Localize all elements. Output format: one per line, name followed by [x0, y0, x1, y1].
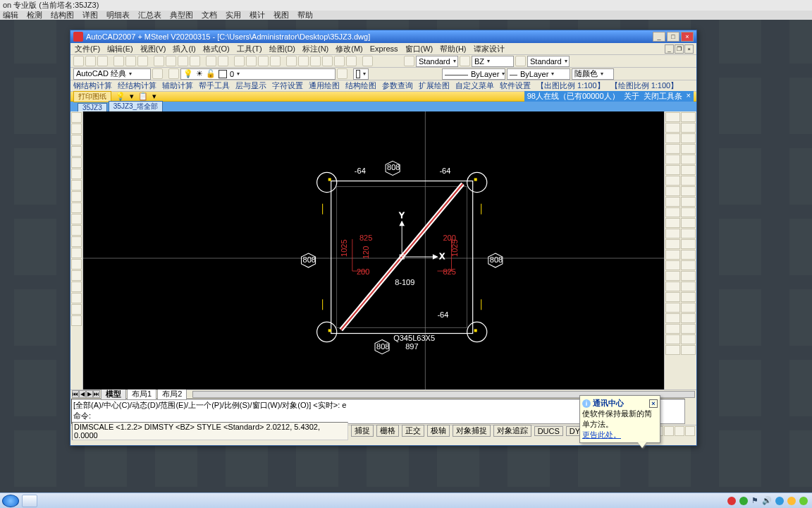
menu-item[interactable]: 结构图: [51, 11, 74, 20]
cut-icon[interactable]: [154, 56, 164, 66]
menu-item[interactable]: 详图: [82, 11, 98, 20]
rotate-icon[interactable]: [665, 144, 680, 154]
save-icon[interactable]: [97, 56, 108, 66]
polar-toggle[interactable]: 极轴: [427, 425, 450, 437]
table-icon[interactable]: [71, 304, 82, 315]
undo-icon[interactable]: [206, 56, 216, 66]
tool-icon[interactable]: [665, 239, 680, 249]
gradient-icon[interactable]: [71, 282, 82, 292]
menu-view[interactable]: 视图(V): [139, 44, 168, 54]
menu-custom[interactable]: 谭家设计: [472, 44, 506, 54]
tool-icon[interactable]: [681, 292, 696, 302]
ms-item[interactable]: 通用绘图: [309, 80, 340, 91]
menu-item[interactable]: 检测: [27, 11, 42, 20]
rect-icon[interactable]: [71, 157, 82, 168]
preview-icon[interactable]: [125, 56, 136, 66]
mtext-icon[interactable]: [71, 315, 82, 326]
stretch-icon[interactable]: [665, 155, 680, 164]
tool-icon[interactable]: [665, 207, 680, 217]
tool-icon[interactable]: [681, 218, 696, 228]
new-icon[interactable]: [73, 56, 84, 66]
pan-icon[interactable]: [234, 56, 245, 66]
model-tab[interactable]: 模型: [101, 388, 126, 400]
menu-format[interactable]: 格式(O): [202, 44, 231, 54]
xline-icon[interactable]: [71, 123, 82, 134]
menu-edit[interactable]: 编辑(E): [106, 44, 135, 54]
markup-icon[interactable]: [334, 56, 345, 66]
close-button[interactable]: ×: [681, 32, 694, 42]
dim-style2-combo[interactable]: BZ▾: [472, 56, 514, 67]
tool-icon[interactable]: [681, 303, 696, 313]
maximize-button[interactable]: □: [667, 32, 679, 42]
line-icon[interactable]: [71, 112, 82, 123]
dim-tool-icon[interactable]: [460, 56, 470, 66]
tool-icon[interactable]: [681, 334, 696, 344]
layer-prev-icon[interactable]: [337, 68, 347, 79]
tool-icon[interactable]: [681, 197, 696, 207]
tab-last-icon[interactable]: ⏭: [93, 390, 100, 398]
menu-tools[interactable]: 工具(T): [235, 44, 264, 54]
sheet-set-icon[interactable]: [322, 56, 333, 66]
status-icon[interactable]: [685, 426, 695, 436]
tool-icon[interactable]: [665, 229, 680, 238]
ms-item[interactable]: 层与显示: [235, 80, 266, 91]
menu-item[interactable]: 汇总表: [138, 11, 161, 20]
tool-icon[interactable]: [681, 229, 696, 238]
otrack-toggle[interactable]: 对象追踪: [493, 425, 531, 437]
block-icon[interactable]: [71, 248, 82, 258]
array-icon[interactable]: [665, 133, 680, 143]
grid-toggle[interactable]: 栅格: [376, 425, 399, 437]
mdi-close[interactable]: ×: [684, 44, 694, 54]
help-icon[interactable]: [362, 56, 373, 66]
menu-item[interactable]: 帮助: [297, 11, 313, 20]
ducs-toggle[interactable]: DUCS: [534, 426, 563, 436]
tool-icon[interactable]: [665, 260, 680, 270]
close-icon[interactable]: ×: [649, 399, 658, 408]
plot-style-combo[interactable]: 随颜色▾: [572, 68, 614, 80]
text-style-icon[interactable]: [515, 56, 526, 66]
tool-icon[interactable]: [665, 324, 680, 334]
ellipse-arc-icon[interactable]: [71, 225, 82, 236]
tool-palette-icon[interactable]: [310, 56, 321, 66]
tool-icon[interactable]: [681, 250, 696, 260]
join-icon[interactable]: [665, 176, 680, 186]
pline-icon[interactable]: [71, 135, 82, 145]
ms-item[interactable]: 经结构计算: [118, 80, 156, 91]
mdi-restore[interactable]: ❐: [675, 44, 684, 54]
tab-next-icon[interactable]: ▶: [86, 390, 93, 398]
close-toolbar-link[interactable]: 关闭工具条: [644, 91, 682, 102]
circle-icon[interactable]: [71, 180, 82, 190]
menu-dim[interactable]: 标注(N): [301, 44, 330, 54]
zoom-rt-icon[interactable]: [246, 56, 257, 66]
spline-icon[interactable]: [71, 202, 82, 213]
tray-icon[interactable]: [775, 497, 784, 505]
close-icon[interactable]: ×: [687, 91, 691, 102]
zoom-prev-icon[interactable]: [270, 56, 281, 66]
menu-insert[interactable]: 插入(I): [171, 44, 197, 54]
tool-icon[interactable]: [665, 345, 680, 355]
mdi-minimize[interactable]: _: [665, 44, 674, 54]
tool-icon[interactable]: [681, 282, 696, 291]
menu-modify[interactable]: 修改(M): [334, 44, 364, 54]
ms-item[interactable]: 自定义菜单: [455, 80, 494, 91]
status-icon[interactable]: [664, 426, 674, 436]
tool-icon[interactable]: [665, 292, 680, 302]
menu-item[interactable]: 明细表: [106, 11, 130, 20]
osnap-toggle[interactable]: 对象捕捉: [453, 425, 491, 437]
text-style-combo[interactable]: Standard▾: [527, 56, 570, 67]
menu-help[interactable]: 帮助(H): [438, 44, 467, 54]
redo-icon[interactable]: [218, 56, 228, 66]
dimstyle-icon[interactable]: [404, 56, 414, 66]
extend-icon[interactable]: [665, 165, 680, 175]
scale-icon[interactable]: [681, 144, 696, 154]
explode-icon[interactable]: [681, 186, 696, 196]
tool-icon[interactable]: [665, 303, 680, 313]
doc-tab[interactable]: 35JZ3_塔全部: [109, 101, 163, 111]
arc-icon[interactable]: [71, 169, 82, 179]
workspace-combo[interactable]: AutoCAD 经典▾: [73, 68, 151, 80]
ms-item[interactable]: 结构绘图: [345, 80, 376, 91]
menu-express[interactable]: Express: [369, 44, 400, 53]
paste-icon[interactable]: [178, 56, 188, 66]
mirror-icon[interactable]: [665, 123, 680, 133]
tool-icon[interactable]: [665, 282, 680, 291]
